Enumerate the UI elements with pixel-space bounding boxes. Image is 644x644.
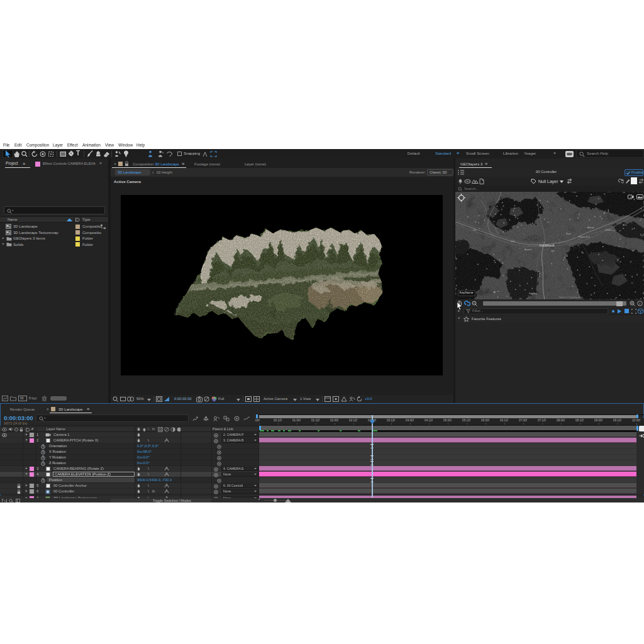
svg-text:Mapbox © OpenStreetMap: Mapbox © OpenStreetMap (559, 296, 583, 299)
svg-text:Fulpmes: Fulpmes (529, 292, 538, 295)
svg-text:Axams: Axams (525, 248, 531, 251)
svg-text:Igls: Igls (551, 250, 555, 252)
svg-text:A12: A12 (623, 224, 626, 226)
svg-text:Zirl: Zirl (473, 229, 476, 231)
svg-text:Völs: Völs (511, 240, 515, 243)
svg-text:Volders: Volders (605, 229, 613, 231)
svg-text:Hall-in-Tirol: Hall-in-Tirol (579, 236, 590, 238)
svg-text:Absam: Absam (587, 226, 594, 229)
svg-text:Rum: Rum (566, 233, 571, 235)
svg-text:i: i (639, 302, 640, 306)
svg-text:Innsbruck: Innsbruck (540, 243, 555, 247)
